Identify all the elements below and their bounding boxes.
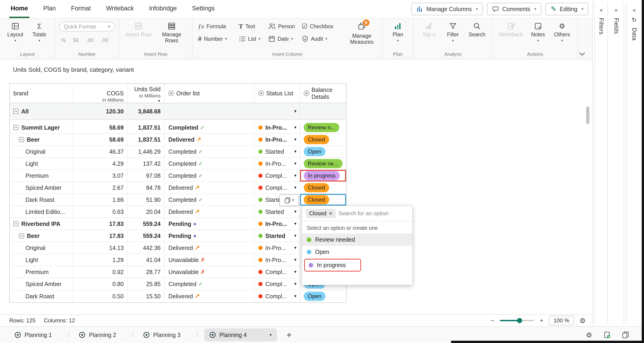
totals-button[interactable]: Σ Totals ▾ xyxy=(28,20,50,43)
cogs-cell[interactable]: 2.67 xyxy=(72,182,128,193)
order-list-cell[interactable]: Pending ● xyxy=(165,218,255,230)
comments-button[interactable]: Comments ▾ xyxy=(487,3,541,15)
collapse-icon[interactable] xyxy=(14,109,18,114)
units-sold-cell[interactable]: 41.04 xyxy=(128,254,165,266)
status-dropdown-caret[interactable]: ▼ xyxy=(294,270,297,274)
header-status-list[interactable]: Status List xyxy=(255,84,300,103)
zoom-slider[interactable] xyxy=(500,320,534,321)
order-list-cell[interactable]: Pending ● xyxy=(165,230,255,242)
cogs-cell[interactable]: 120.30 xyxy=(72,103,128,119)
balance-details-cell[interactable]: Open xyxy=(300,146,346,157)
formula-column-button[interactable]: ƒx Formula xyxy=(196,20,237,33)
brand-cell[interactable]: Light xyxy=(10,158,72,169)
units-sold-cell[interactable]: 1,837.51 xyxy=(128,122,165,133)
person-column-button[interactable]: Person xyxy=(267,20,300,33)
others-button[interactable]: ⚙ Others ▾ xyxy=(551,20,573,43)
order-list-cell[interactable]: Completed ✓ xyxy=(165,146,255,157)
paste-options-button[interactable]: ▾ xyxy=(280,194,299,206)
order-list-cell[interactable]: Completed ✓ xyxy=(165,158,255,169)
cogs-cell[interactable]: 17.83 xyxy=(72,218,128,230)
brand-cell[interactable]: Dark Roast xyxy=(10,194,72,205)
brand-cell[interactable]: Beer xyxy=(10,134,72,145)
units-sold-cell[interactable]: 97.08 xyxy=(128,170,165,181)
status-list-cell[interactable]: In-Pro... ▼ xyxy=(255,134,300,145)
cogs-cell[interactable]: 0.92 xyxy=(72,266,128,278)
brand-cell[interactable]: Dark Roast xyxy=(10,290,72,302)
header-cogs[interactable]: COGS in Millions xyxy=(72,84,128,103)
status-list-cell[interactable]: Started ▼ xyxy=(255,230,300,242)
manage-rows-button[interactable]: Manage Rows xyxy=(156,20,188,44)
new-sheet-icon[interactable] xyxy=(603,331,611,338)
status-dropdown-caret[interactable]: ▼ xyxy=(294,282,297,286)
fields-panel-tab[interactable]: « Fields xyxy=(609,3,624,324)
date-column-button[interactable]: Date ▾ xyxy=(267,33,300,45)
brand-cell[interactable]: Original xyxy=(10,242,72,254)
brand-cell[interactable]: Beer xyxy=(10,230,72,242)
status-list-cell[interactable]: In-Pro... ▼ xyxy=(255,254,300,266)
brand-cell[interactable]: Limited Editio... xyxy=(10,206,72,218)
menu-item[interactable]: Infobridge xyxy=(148,0,178,18)
status-list-cell[interactable]: Compl... ▼ xyxy=(255,182,300,193)
option-search-input[interactable] xyxy=(338,210,408,217)
expand-panel-icon[interactable]: « xyxy=(600,7,603,14)
balance-details-cell[interactable]: Closed xyxy=(300,134,346,145)
status-list-cell[interactable]: In-Pro... ▼ xyxy=(255,122,300,133)
status-dropdown-caret[interactable]: ▼ xyxy=(294,138,297,142)
vertical-scrollbar-thumb[interactable] xyxy=(586,107,590,124)
cogs-cell[interactable]: 0.80 xyxy=(72,278,128,290)
dropdown-option[interactable]: Review needed xyxy=(302,233,412,246)
status-dropdown-caret[interactable]: ▼ xyxy=(294,125,297,130)
status-dropdown-caret[interactable]: ▼ xyxy=(294,109,297,113)
header-units-sold[interactable]: Units Sold in Millions ▼ xyxy=(128,84,165,103)
units-sold-cell[interactable]: 15.50 xyxy=(128,290,165,302)
status-list-cell[interactable]: In-Pro... ▼ xyxy=(255,218,300,230)
menu-item[interactable]: Plan xyxy=(42,0,57,18)
brand-cell[interactable]: All xyxy=(10,103,72,119)
filter-button[interactable]: Filter ▾ xyxy=(442,20,464,43)
units-sold-cell[interactable]: 28.77 xyxy=(128,266,165,278)
list-column-button[interactable]: List ▾ xyxy=(237,33,267,45)
number-column-button[interactable]: # Number ▾ xyxy=(196,33,237,45)
brand-cell[interactable]: Spiced Amber xyxy=(10,278,72,290)
status-dropdown-caret[interactable]: ▼ xyxy=(294,150,297,154)
cogs-cell[interactable]: 3.07 xyxy=(72,170,128,181)
status-dropdown-caret[interactable]: ▼ xyxy=(294,294,297,298)
status-dropdown-caret[interactable]: ▼ xyxy=(294,222,297,226)
order-list-cell[interactable]: Delivered ↗ xyxy=(165,290,255,302)
manage-columns-button[interactable]: Manage Columns ▾ xyxy=(411,3,483,15)
units-sold-cell[interactable]: 1,837.51 xyxy=(128,134,165,145)
editing-mode-button[interactable]: ✎ Editing ▾ xyxy=(546,3,588,15)
status-list-cell[interactable]: In-Pro... ▼ xyxy=(255,158,300,169)
zoom-slider-thumb[interactable] xyxy=(517,318,522,323)
brand-cell[interactable]: Spiced Amber xyxy=(10,182,72,193)
status-list-cell[interactable]: ▼ xyxy=(255,103,300,119)
status-dropdown-caret[interactable]: ▼ xyxy=(294,246,297,250)
selected-option-chip[interactable]: Closed ✕ xyxy=(306,209,336,218)
header-balance-details[interactable]: Balance Details xyxy=(300,84,346,103)
menu-item[interactable]: Settings xyxy=(190,0,216,18)
status-list-cell[interactable]: Compl... ▼ xyxy=(255,170,300,181)
status-dropdown-caret[interactable]: ▼ xyxy=(294,162,297,166)
header-brand[interactable]: brand xyxy=(10,84,72,103)
collapse-icon[interactable] xyxy=(19,137,24,142)
brand-cell[interactable]: Light xyxy=(10,254,72,266)
units-sold-cell[interactable]: 25.85 xyxy=(128,278,165,290)
status-dropdown-caret[interactable]: ▼ xyxy=(294,186,297,190)
order-list-cell[interactable]: Unavailable ✗ xyxy=(165,266,255,278)
balance-details-cell[interactable] xyxy=(300,103,346,119)
status-dropdown-caret[interactable]: ▼ xyxy=(294,258,297,262)
status-dropdown-caret[interactable]: ▼ xyxy=(294,234,297,238)
cogs-cell[interactable]: 0.50 xyxy=(72,290,128,302)
order-list-cell[interactable]: Delivered ↗ xyxy=(165,182,255,193)
units-sold-cell[interactable]: 1,446.29 xyxy=(128,146,165,157)
audit-column-button[interactable]: Audit ▾ xyxy=(300,33,344,45)
balance-details-cell[interactable]: Review n... xyxy=(300,122,346,133)
sheet-tab[interactable]: Planning 3 xyxy=(133,327,197,343)
zoom-level[interactable]: 100 % xyxy=(549,316,574,325)
balance-details-cell[interactable]: In progress xyxy=(300,170,346,181)
status-list-cell[interactable]: Compl... ▼ xyxy=(255,278,300,290)
expand-panel-icon[interactable]: « xyxy=(614,7,618,14)
cogs-cell[interactable]: 1.66 xyxy=(72,194,128,205)
status-list-cell[interactable]: Started ▼ xyxy=(255,206,300,218)
menu-item[interactable]: Home xyxy=(9,0,30,18)
